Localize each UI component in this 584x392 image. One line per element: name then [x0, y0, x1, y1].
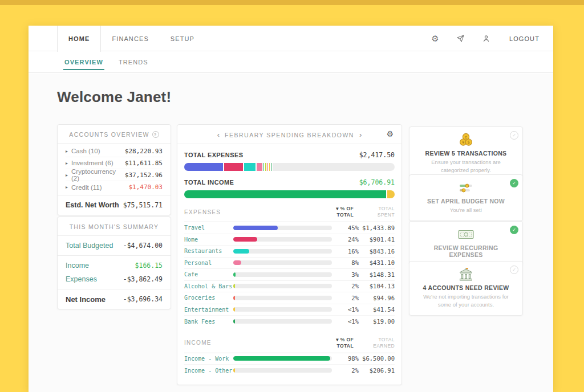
- category-bar: [233, 226, 332, 230]
- total-spent: $843.16: [359, 248, 395, 255]
- net-worth-row: Estd. Net Worth $75,515.71: [58, 195, 171, 215]
- total-spent: $148.31: [359, 271, 395, 278]
- account-label: ▸Cryptocurrency (2): [66, 168, 125, 182]
- bar-segment: [244, 163, 256, 171]
- col-line: TOTAL: [378, 337, 395, 342]
- breakdown-settings-gear-icon[interactable]: ⚙: [386, 129, 394, 138]
- account-label: ▸Credit (11): [66, 184, 102, 191]
- tab-setup[interactable]: SETUP: [160, 26, 205, 51]
- total-spent: $19.00: [359, 318, 395, 325]
- todo-subtitle: We're not importing transactions for som…: [417, 293, 514, 309]
- account-label: ▸Investment (6): [66, 160, 113, 166]
- expense-row-bank-fees: Bank Fees <1% $19.00: [184, 316, 395, 328]
- summary-row: Total Budgeted -$4,674.00: [66, 239, 163, 252]
- tab-finances[interactable]: FINANCES: [101, 26, 159, 51]
- account-label-text: Cash (10): [71, 148, 100, 154]
- category-bar-fill: [233, 368, 235, 373]
- category-bar: [233, 356, 332, 361]
- total-earned-header[interactable]: TOTALEARNED: [354, 337, 395, 349]
- pct-of-total: 2%: [332, 367, 359, 374]
- category-link[interactable]: Restaurants: [184, 248, 233, 254]
- category-bar-fill: [233, 237, 257, 242]
- sort-pct-of-total-header[interactable]: ▾ % OFTOTAL: [327, 206, 354, 218]
- check-circle-icon[interactable]: ✓: [510, 266, 518, 274]
- send-icon[interactable]: [456, 34, 466, 44]
- help-icon[interactable]: ?: [152, 131, 159, 138]
- tab-home[interactable]: HOME: [57, 26, 101, 52]
- category-bar-fill: [233, 319, 235, 324]
- gear-glyph: ⚙: [431, 34, 439, 43]
- total-spent-header[interactable]: TOTALSPENT: [354, 206, 395, 218]
- prev-month-arrow[interactable]: ‹: [217, 131, 220, 138]
- subnav-overview[interactable]: OVERVIEW: [64, 51, 103, 72]
- svg-text:¥: ¥: [462, 140, 465, 145]
- spending-breakdown-card: ‹ FEBRUARY SPENDING BREAKDOWN › ⚙ TOTAL …: [177, 124, 402, 385]
- bar-segment: [257, 163, 264, 171]
- category-link[interactable]: Alcohol & Bars: [184, 283, 233, 289]
- col-line: TOTAL: [336, 212, 354, 218]
- col-line: ▾ % OF: [336, 206, 354, 211]
- category-link[interactable]: Income - Work: [184, 356, 233, 362]
- check-circle-done-icon[interactable]: ✓: [510, 179, 518, 187]
- month-summary-card: THIS MONTH'S SUMMARY Total Budgeted -$4,…: [57, 217, 171, 309]
- todo-title: REVIEW RECURRING EXPENSES: [417, 244, 514, 258]
- user-icon[interactable]: [481, 34, 492, 44]
- todo-card-review-transactions[interactable]: ✓ ¢ ¥ $ REVIEW 5 TRANSACTIONS Ensure you…: [409, 126, 523, 181]
- bar-segment: [184, 163, 224, 171]
- category-bar-fill: [233, 260, 241, 265]
- main-content: Welcome Janet! ACCOUNTS OVERVIEW ? ▸Cash…: [29, 74, 553, 392]
- category-bar-fill: [233, 226, 278, 230]
- pct-of-total: <1%: [332, 306, 359, 313]
- total-expenses-label: TOTAL EXPENSES: [184, 152, 243, 158]
- todo-card-accounts-need-review[interactable]: ✓ 4 ACCOUNTS NEED REVIEW We're not impor: [409, 261, 523, 316]
- col-line: SPENT: [378, 212, 395, 218]
- summary-row: Income $166.15: [66, 259, 163, 272]
- total-income-label: TOTAL INCOME: [184, 179, 234, 186]
- check-circle-done-icon[interactable]: ✓: [510, 226, 518, 234]
- check-circle-icon[interactable]: ✓: [510, 131, 518, 140]
- net-income-label: Net Income: [66, 295, 106, 304]
- total-spent: $431.10: [359, 259, 395, 266]
- account-label: ▸Cash (10): [66, 148, 100, 154]
- account-row-credit[interactable]: ▸Credit (11) $1,470.03: [66, 181, 163, 193]
- todo-card-set-budget[interactable]: ✓ SET APRIL BUDGET NOW You're all set!: [409, 174, 523, 221]
- account-row-investment[interactable]: ▸Investment (6) $11,611.85: [66, 157, 163, 169]
- net-worth-label: Estd. Net Worth: [66, 201, 119, 209]
- next-month-arrow[interactable]: ›: [359, 131, 362, 138]
- logout-button[interactable]: LOGOUT: [509, 35, 540, 42]
- expenses-section-label: EXPENSES: [184, 209, 327, 215]
- account-row-cryptocurrency[interactable]: ▸Cryptocurrency (2) $37,152.96: [66, 169, 163, 181]
- category-link[interactable]: Entertainment: [184, 307, 233, 313]
- nav-tabs: HOME FINANCES SETUP: [57, 26, 205, 51]
- todo-card-recurring-expenses[interactable]: ✓ REVIEW RECURRING EXPENSES: [409, 221, 523, 265]
- svg-text:¢: ¢: [465, 135, 467, 140]
- svg-text:$: $: [468, 140, 470, 145]
- category-link[interactable]: Groceries: [184, 295, 233, 301]
- summary-group-net: Net Income -$3,696.34: [58, 289, 171, 309]
- category-link[interactable]: Home: [184, 236, 233, 243]
- bar-segment: [271, 163, 273, 171]
- subnav-trends[interactable]: TRENDS: [119, 51, 148, 72]
- expense-row-cafe: Cafe 3% $148.31: [184, 269, 395, 281]
- col-line: ▾ % OF: [336, 337, 354, 342]
- expense-row-personal: Personal 8% $431.10: [184, 258, 395, 270]
- total-spent: $104.13: [359, 283, 395, 289]
- sliders-icon: [417, 181, 514, 195]
- expand-triangle-icon: ▸: [66, 173, 68, 178]
- pct-of-total: 16%: [332, 248, 359, 255]
- income-section-header: INCOME ▾ % OFTOTAL TOTALEARNED: [184, 337, 395, 353]
- account-row-cash[interactable]: ▸Cash (10) $28,220.93: [66, 145, 163, 157]
- settings-gear-icon[interactable]: ⚙: [430, 34, 440, 44]
- category-link[interactable]: Travel: [184, 224, 233, 231]
- category-link[interactable]: Cafe: [184, 271, 233, 277]
- expenses-link[interactable]: Expenses: [66, 275, 97, 283]
- category-link[interactable]: Personal: [184, 260, 233, 266]
- category-bar: [233, 307, 332, 312]
- category-link[interactable]: Bank Fees: [184, 318, 233, 325]
- category-bar: [233, 249, 332, 254]
- total-budgeted-link[interactable]: Total Budgeted: [66, 242, 113, 250]
- income-link[interactable]: Income: [66, 262, 89, 270]
- sort-pct-of-total-header[interactable]: ▾ % OFTOTAL: [327, 337, 354, 349]
- todo-title: REVIEW 5 TRANSACTIONS: [417, 150, 514, 157]
- category-link[interactable]: Income - Other: [184, 368, 233, 374]
